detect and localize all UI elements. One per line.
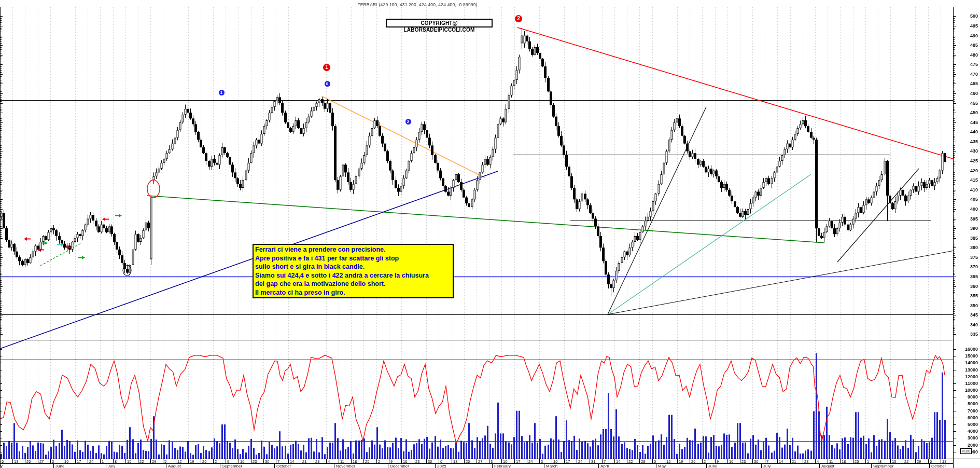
volume-multiplier-label: x100 <box>960 448 972 454</box>
annotation-line: sullo short e si gira in black candle. <box>255 263 451 271</box>
wave-marker-2: 2 <box>515 15 522 22</box>
week-label: 3 <box>541 459 543 464</box>
week-label: 6 <box>440 459 442 464</box>
month-label: March <box>546 464 557 468</box>
annotation-line: del gap che era la motivazione dello sho… <box>255 280 451 288</box>
wave-marker-1: 1 <box>219 90 225 95</box>
price-label: 490 <box>957 33 978 38</box>
month-label: August <box>821 464 834 468</box>
price-label: 460 <box>957 91 978 96</box>
week-label: 21 <box>302 459 306 464</box>
week-label: 25 <box>365 459 369 464</box>
volume-label: 10000 <box>957 388 978 393</box>
month-label: 2025 <box>437 464 446 468</box>
week-label: 18 <box>353 459 357 464</box>
price-label: 450 <box>957 110 978 115</box>
week-label: 21 <box>792 459 796 464</box>
volume-label: 13000 <box>957 367 978 373</box>
week-label: 7 <box>277 459 279 464</box>
week-label: 26 <box>202 459 206 464</box>
week-label: 5 <box>654 459 656 464</box>
volume-label: 3000 <box>957 435 978 441</box>
week-label: 1 <box>102 459 104 464</box>
week-label: 10 <box>64 459 68 464</box>
volume-label: 5000 <box>957 422 978 427</box>
week-label: 15 <box>127 459 131 464</box>
price-label: 480 <box>957 52 978 58</box>
week-label: 20 <box>466 459 470 464</box>
week-label: 4 <box>817 459 819 464</box>
month-label: June <box>55 464 64 468</box>
volume-label: 9000 <box>957 394 978 400</box>
week-label: 11 <box>829 459 833 464</box>
week-label: 22 <box>904 459 908 464</box>
month-label: October <box>276 464 291 468</box>
week-label: 29 <box>917 459 921 464</box>
week-label: 27 <box>478 459 482 464</box>
week-label: 16 <box>729 459 733 464</box>
week-label: 9 <box>390 459 393 464</box>
month-label: September <box>222 464 242 468</box>
week-label: 22 <box>628 459 633 464</box>
annotation-line: Il mercato ci ha preso in giro. <box>255 288 451 297</box>
week-label: 31 <box>591 459 595 464</box>
month-label: May <box>658 464 666 468</box>
price-label: 465 <box>957 81 978 86</box>
week-label: 3 <box>491 459 493 464</box>
week-label: 30 <box>265 459 269 464</box>
annotation-line: Ferrari ci viene a prendere con precisio… <box>255 245 451 254</box>
week-label: 17 <box>566 459 570 464</box>
month-label: November <box>336 464 355 468</box>
week-label: 28 <box>641 459 645 464</box>
volume-label: 7000 <box>957 408 978 414</box>
price-label: 485 <box>957 43 978 48</box>
week-label: 16 <box>403 459 407 464</box>
analysis-annotation-box: Ferrari ci viene a prendere con precisio… <box>253 244 454 298</box>
week-label: 13 <box>942 459 946 464</box>
price-label: 365 <box>957 274 978 279</box>
week-label: 10 <box>503 459 507 464</box>
week-label: 13 <box>453 459 457 464</box>
annotation-line: Siamo sui 424,4 e sotto i 422 andrà a ce… <box>255 271 451 280</box>
price-label: 420 <box>957 168 978 173</box>
week-label: 16 <box>240 459 244 464</box>
week-label: 25 <box>855 459 859 464</box>
price-label: 360 <box>957 284 978 289</box>
week-label: 23 <box>741 459 746 464</box>
price-label: 445 <box>957 120 978 125</box>
week-label: 2 <box>378 459 380 464</box>
week-label: 13 <box>14 459 18 464</box>
price-label: 415 <box>957 177 978 183</box>
price-label: 410 <box>957 187 978 192</box>
week-label: 10 <box>553 459 557 464</box>
week-label: 1 <box>867 459 869 464</box>
week-label: 2 <box>215 459 217 464</box>
price-label: 345 <box>957 312 978 318</box>
week-label: 7 <box>766 459 768 464</box>
volume-label: 12000 <box>957 374 978 379</box>
month-label: December <box>390 464 409 468</box>
week-label: 14 <box>290 459 294 464</box>
price-label: 385 <box>957 236 978 241</box>
week-label: 15 <box>892 459 896 464</box>
price-label: 475 <box>957 62 978 67</box>
price-label: 355 <box>957 293 978 298</box>
volume-label: 4000 <box>957 429 978 434</box>
price-label: 405 <box>957 197 978 202</box>
price-label: 500 <box>957 13 978 19</box>
week-label: 19 <box>679 459 683 464</box>
volume-label: 15000 <box>957 353 978 359</box>
week-label: 5 <box>164 459 166 464</box>
week-label: 17 <box>516 459 520 464</box>
price-label: 335 <box>957 332 978 337</box>
price-label: 440 <box>957 129 978 134</box>
week-label: 22 <box>139 459 144 464</box>
volume-label: 16000 <box>957 347 978 352</box>
month-label: September <box>873 464 893 468</box>
week-label: 2 <box>704 459 706 464</box>
week-label: 28 <box>804 459 808 464</box>
week-label: 28 <box>315 459 319 464</box>
week-label: 30 <box>428 459 432 464</box>
week-label: 8 <box>879 459 881 464</box>
chart-window: FERRARI (429.100, 431.200, 424.400, 424.… <box>0 0 980 468</box>
